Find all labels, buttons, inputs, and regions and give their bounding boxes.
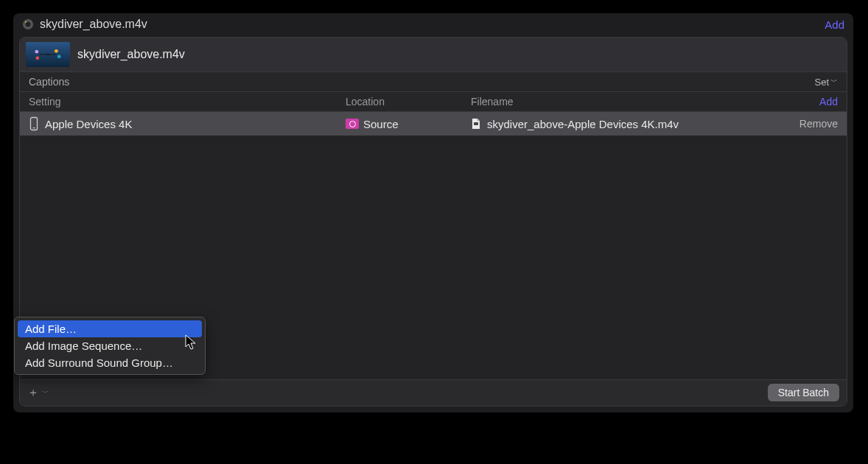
start-batch-button[interactable]: Start Batch [768, 384, 839, 401]
chevron-down-icon: ﹀ [830, 77, 838, 87]
svg-point-5 [35, 50, 38, 54]
header-setting: Setting [29, 96, 346, 108]
source-file-row[interactable]: skydiver_above.m4v [20, 38, 847, 72]
source-folder-icon [346, 119, 359, 129]
app-icon [22, 18, 34, 30]
callout-line [26, 421, 27, 437]
chevron-down-icon: ﹀ [42, 388, 49, 398]
bottom-toolbar: ＋ ﹀ Start Batch [20, 379, 847, 406]
popup-item-add-surround-sound[interactable]: Add Surround Sound Group… [18, 354, 202, 371]
source-file-name: skydiver_above.m4v [77, 48, 185, 61]
header-filename: Filename [471, 96, 819, 108]
captions-row: Captions Set ﹀ [20, 72, 847, 92]
captions-label: Captions [29, 76, 69, 88]
svg-point-8 [35, 56, 39, 60]
callout-label: Add pop-up menu [24, 436, 147, 454]
captions-set-menu[interactable]: Set ﹀ [814, 77, 838, 88]
popup-item-add-image-sequence[interactable]: Add Image Sequence… [18, 337, 202, 354]
titlebar-add-link[interactable]: Add [825, 18, 844, 31]
location-name: Source [363, 118, 399, 130]
window-title: skydiver_above.m4v [40, 18, 147, 31]
source-thumbnail [26, 42, 70, 67]
settings-header-row: Setting Location Filename Add [20, 92, 847, 112]
svg-rect-11 [474, 122, 478, 125]
output-filename: skydiver_above-Apple Devices 4K.m4v [487, 118, 679, 130]
setting-name: Apple Devices 4K [45, 118, 132, 130]
device-icon [29, 116, 39, 131]
plus-icon: ＋ [27, 385, 39, 401]
settings-add-link[interactable]: Add [819, 96, 838, 108]
add-menu-button[interactable]: ＋ ﹀ [27, 385, 49, 401]
add-popup-menu: Add File… Add Image Sequence… Add Surrou… [14, 317, 206, 375]
svg-point-2 [25, 21, 27, 23]
svg-point-4 [46, 53, 50, 56]
document-icon [471, 118, 481, 130]
captions-set-label: Set [814, 77, 829, 88]
header-location: Location [346, 96, 471, 108]
setting-row[interactable]: Apple Devices 4K Source skydiver_above-A… [20, 112, 847, 136]
popup-item-add-file[interactable]: Add File… [18, 320, 202, 337]
svg-point-7 [57, 55, 61, 58]
remove-link[interactable]: Remove [799, 118, 838, 130]
svg-point-6 [55, 49, 58, 53]
titlebar: skydiver_above.m4v Add [13, 13, 853, 37]
svg-rect-10 [33, 127, 35, 128]
